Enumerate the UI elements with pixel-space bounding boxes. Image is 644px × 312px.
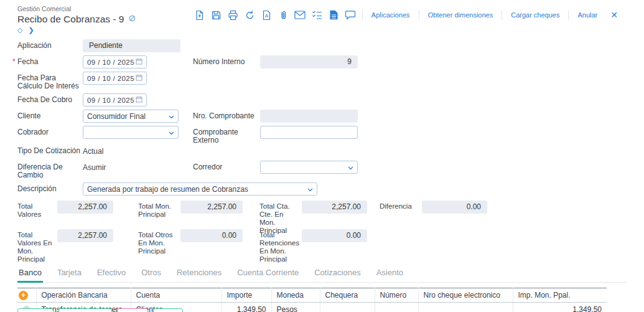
topbar: Gestión Comercial Recibo de Cobranzas - …: [0, 0, 644, 25]
col-moneda: Moneda: [271, 288, 320, 303]
footer-action-stub-1[interactable]: [17, 308, 54, 312]
print-icon[interactable]: [225, 9, 241, 21]
toolbar: A Aplicaciones Obtener dimensiones Carg: [191, 9, 618, 21]
col-imp-mon-ppal: Imp. Mon. Ppal.: [513, 288, 607, 303]
toolbar-separator: [419, 10, 419, 20]
calendar-icon[interactable]: [136, 74, 142, 83]
fecha-calculo-input[interactable]: 09 / 10 / 2025: [83, 72, 147, 85]
anular-button[interactable]: Anular: [572, 11, 603, 19]
total-valores-label: Total Valores: [17, 201, 55, 219]
corredor-label: Corredor: [193, 161, 260, 171]
toolbar-separator: [502, 10, 502, 20]
detail-tabs: Banco Tarjeta Efectivo Otros Retenciones…: [17, 265, 627, 283]
checklist-icon[interactable]: [309, 9, 325, 21]
page-title: Recibo de Cobranzas - 9: [17, 14, 124, 25]
fecha-label: *Fecha: [17, 55, 83, 66]
title-block: Gestión Comercial Recibo de Cobranzas - …: [17, 5, 136, 25]
row-cobrador: Cobrador Comprobante Externo: [17, 126, 644, 139]
footer-action-stub-4[interactable]: [153, 308, 183, 312]
tab-asiento[interactable]: Asiento: [375, 265, 404, 282]
total-retenciones-label: Total Retenciones En Mon. Principal: [259, 229, 298, 263]
totals-row-1: Total Valores2,257.00 Total Mon. Princip…: [17, 201, 644, 229]
total-mon-principal-label: Total Mon. Principal: [138, 201, 177, 219]
total-retenciones-value: 0.00: [302, 229, 367, 242]
nro-comprobante-value: [260, 110, 358, 123]
total-otros-value: 0.00: [180, 229, 243, 242]
sub-toolbar: ◇ ❯: [0, 26, 644, 34]
tipo-cotizacion-label: Tipo De Cotización: [17, 144, 83, 155]
link-icon[interactable]: [128, 14, 136, 25]
footer-action-stub-2[interactable]: [58, 308, 112, 312]
report-icon[interactable]: [325, 9, 342, 21]
expand-chevron-icon[interactable]: ❯: [28, 26, 34, 34]
diferencia-cambio-value: Asumir: [83, 161, 106, 172]
row-fecha-cobro: Fecha De Cobro 09 / 10 / 2025: [17, 93, 644, 106]
required-marker: *: [12, 58, 16, 66]
tab-efectivo[interactable]: Efectivo: [96, 265, 127, 282]
cell-nro-cheque-electronico[interactable]: [418, 303, 513, 312]
attachment-icon[interactable]: [275, 9, 292, 21]
cell-importe[interactable]: 1,349.50: [222, 303, 271, 312]
save-icon[interactable]: [208, 9, 225, 21]
descripcion-label: Descripción: [17, 182, 83, 193]
tab-cotizaciones[interactable]: Cotizaciones: [313, 265, 362, 282]
col-chequera: Chequera: [320, 288, 375, 303]
preview-document-icon[interactable]: A: [258, 9, 275, 21]
cell-numero[interactable]: [375, 303, 418, 312]
tab-retenciones[interactable]: Retenciones: [175, 265, 223, 282]
calendar-icon[interactable]: [136, 58, 142, 67]
fecha-cobro-input[interactable]: 09 / 10 / 2025: [83, 93, 147, 106]
calendar-icon[interactable]: [136, 96, 142, 105]
tab-cuenta-corriente[interactable]: Cuenta Corriente: [236, 265, 300, 282]
refresh-icon[interactable]: [241, 9, 258, 21]
descripcion-combo[interactable]: Generada por trabajo de resumen de Cobra…: [83, 182, 317, 196]
fecha-calculo-label: Fecha Para Cálculo De Interés: [17, 72, 83, 90]
row-diferencia-cambio: Diferencia De Cambio Asumir Corredor: [17, 161, 644, 179]
numero-interno-value: 9: [260, 55, 358, 69]
diferencia-label: Diferencia: [380, 201, 418, 210]
new-document-icon[interactable]: [191, 9, 208, 21]
close-icon[interactable]: ✕: [610, 11, 618, 19]
diamond-icon[interactable]: ◇: [17, 26, 22, 34]
total-valores-mon-ppal-label: Total Valores En Mon. Principal: [17, 229, 55, 263]
obtener-dimensiones-button[interactable]: Obtener dimensiones: [422, 11, 499, 19]
tipo-cotizacion-value: Actual: [83, 144, 103, 156]
svg-text:A: A: [265, 13, 269, 19]
comment-icon[interactable]: [342, 9, 359, 21]
footer-action-stub-3[interactable]: [117, 308, 148, 312]
cargar-cheques-button[interactable]: Cargar cheques: [505, 11, 565, 19]
col-nro-cheque-electronico: Nro cheque electronico: [418, 288, 513, 303]
aplicaciones-button[interactable]: Aplicaciones: [366, 11, 416, 19]
row-fecha: *Fecha 09 / 10 / 2025 Número Interno 9: [17, 55, 644, 69]
diferencia-cambio-label: Diferencia De Cambio: [17, 161, 83, 179]
chevron-down-icon: [169, 128, 174, 137]
cell-imp-mon-ppal[interactable]: 1,349.50: [513, 303, 607, 312]
cliente-select[interactable]: Consumidor Final: [83, 110, 179, 123]
cell-moneda[interactable]: Pesos: [271, 303, 320, 312]
cobrador-select[interactable]: [83, 126, 179, 139]
comprobante-externo-input[interactable]: [260, 126, 358, 139]
tab-otros[interactable]: Otros: [140, 265, 162, 282]
fecha-cobro-label: Fecha De Cobro: [17, 93, 83, 104]
tab-banco[interactable]: Banco: [17, 265, 43, 283]
email-icon[interactable]: [292, 9, 309, 21]
chevron-down-icon: [307, 185, 313, 194]
aplicacion-value: Pendiente: [83, 39, 180, 52]
toolbar-separator: [362, 10, 363, 20]
form-area: Aplicación Pendiente *Fecha 09 / 10 / 20…: [0, 39, 644, 196]
aplicacion-label: Aplicación: [17, 39, 83, 50]
col-importe: Importe: [222, 288, 271, 303]
total-valores-value: 2,257.00: [57, 201, 113, 214]
numero-interno-label: Número Interno: [193, 55, 260, 66]
cliente-label: Cliente: [17, 110, 83, 120]
add-row-button[interactable]: +: [19, 291, 28, 300]
chevron-down-icon: [348, 163, 353, 172]
table-header-row: + Operación Bancaria Cuenta Importe Mone…: [17, 288, 607, 303]
fecha-input[interactable]: 09 / 10 / 2025: [83, 55, 147, 69]
row-tipo-cotizacion: Tipo De Cotización Actual: [17, 144, 644, 158]
corredor-select[interactable]: [260, 161, 358, 174]
cell-chequera[interactable]: [320, 303, 375, 312]
tab-tarjeta[interactable]: Tarjeta: [56, 265, 83, 282]
row-fecha-calculo: Fecha Para Cálculo De Interés 09 / 10 / …: [17, 72, 644, 90]
comprobante-externo-label: Comprobante Externo: [193, 126, 260, 144]
